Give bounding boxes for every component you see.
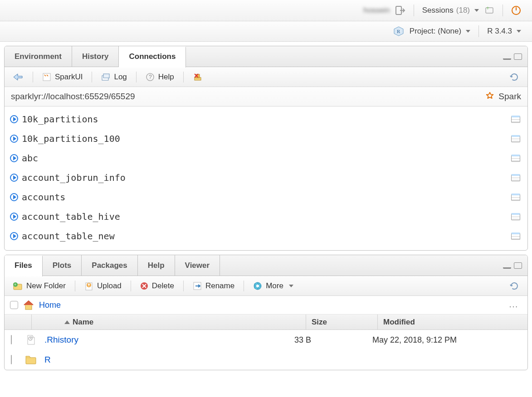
col-name[interactable]: Name (59, 315, 306, 329)
upload-button[interactable]: Upload (81, 280, 125, 292)
table-row[interactable]: 10k_partitions_100 (5, 129, 527, 148)
back-button[interactable] (9, 71, 27, 83)
table-row[interactable]: abc (5, 148, 527, 168)
r-version-label: R 3.4.3 (487, 27, 512, 36)
sparkui-button[interactable]: SparkUI (39, 71, 86, 83)
table-name: 10k_partitions (22, 114, 511, 125)
r-logo-icon: R (390, 26, 407, 36)
file-row[interactable]: .Rhistory 33 B May 22, 2018, 9:12 PM (5, 330, 527, 350)
preview-table-icon[interactable] (511, 135, 520, 142)
table-row[interactable]: accounts (5, 187, 527, 207)
separator (33, 72, 33, 82)
svg-point-26 (256, 285, 259, 287)
disconnect-button[interactable] (189, 70, 206, 84)
expand-icon[interactable] (10, 193, 18, 201)
chevron-down-icon (474, 9, 479, 12)
files-toolbar: + New Folder Upload Delete Rename More (5, 276, 527, 296)
expand-icon[interactable] (10, 154, 18, 162)
expand-icon[interactable] (10, 232, 18, 240)
tables-list: 10k_partitions 10k_partitions_100 abc ac… (5, 107, 527, 250)
expand-icon[interactable] (10, 135, 18, 143)
upload-label: Upload (97, 281, 122, 290)
log-button[interactable]: Log (98, 71, 130, 83)
preview-table-icon[interactable] (511, 155, 520, 162)
refresh-button[interactable] (506, 70, 523, 84)
spark-provider-badge[interactable]: Spark (485, 92, 521, 102)
breadcrumb-home[interactable]: Home (39, 300, 61, 310)
expand-icon[interactable] (10, 213, 18, 221)
file-name[interactable]: R (44, 355, 288, 365)
separator (92, 72, 92, 82)
table-row[interactable]: account_table_new (5, 226, 527, 246)
preview-table-icon[interactable] (511, 213, 520, 220)
svg-rect-9 (103, 74, 109, 78)
table-row[interactable]: 10k_partitions (5, 109, 527, 129)
table-name: account_table_hive (22, 211, 511, 222)
new-folder-button[interactable]: + New Folder (9, 280, 69, 292)
separator (136, 72, 137, 82)
select-all-checkbox[interactable] (10, 301, 18, 309)
file-row[interactable]: R (5, 350, 527, 370)
svg-text:+: + (486, 6, 489, 11)
preview-table-icon[interactable] (511, 194, 520, 201)
separator (183, 281, 184, 291)
tab-help[interactable]: Help (138, 255, 175, 276)
separator (244, 281, 244, 291)
tab-history[interactable]: History (72, 46, 119, 67)
files-header: Name Size Modified (5, 315, 527, 330)
minimize-pane-icon[interactable] (503, 53, 511, 60)
quit-session-icon[interactable] (508, 5, 524, 15)
delete-button[interactable]: Delete (137, 280, 178, 292)
table-row[interactable]: account_table_hive (5, 207, 527, 226)
tab-plots[interactable]: Plots (43, 255, 82, 276)
sessions-menu[interactable]: Sessions (18) (420, 6, 482, 15)
new-folder-label: New Folder (26, 281, 66, 290)
connection-address-bar: sparklyr://localhost:65529/65529 Spark (5, 87, 527, 107)
row-checkbox[interactable] (11, 335, 12, 344)
rename-button[interactable]: Rename (189, 280, 238, 292)
preview-table-icon[interactable] (511, 116, 520, 123)
files-tabs: Files Plots Packages Help Viewer (5, 255, 527, 276)
svg-rect-7 (43, 73, 50, 81)
expand-icon[interactable] (10, 115, 18, 123)
tab-viewer[interactable]: Viewer (175, 255, 220, 276)
tab-files[interactable]: Files (5, 255, 43, 276)
col-modified[interactable]: Modified (378, 315, 527, 329)
svg-text:+: + (14, 282, 16, 287)
refresh-button[interactable] (506, 279, 523, 293)
maximize-pane-icon[interactable] (514, 262, 522, 269)
tab-environment[interactable]: Environment (5, 46, 72, 67)
chevron-down-icon (517, 30, 521, 33)
minimize-pane-icon[interactable] (503, 262, 511, 269)
rename-label: Rename (205, 281, 234, 290)
new-session-icon[interactable]: + (482, 6, 497, 15)
breadcrumb-more-icon[interactable]: ... (509, 300, 522, 310)
expand-icon[interactable] (10, 174, 18, 182)
preview-table-icon[interactable] (511, 232, 520, 240)
table-name: abc (22, 153, 511, 164)
separator (183, 72, 184, 82)
preview-table-icon[interactable] (511, 174, 520, 181)
chevron-down-icon (289, 285, 293, 287)
maximize-pane-icon[interactable] (514, 53, 522, 60)
home-icon[interactable] (23, 300, 34, 310)
col-size[interactable]: Size (306, 315, 378, 329)
tab-connections[interactable]: Connections (119, 46, 186, 68)
file-name[interactable]: .Rhistory (44, 335, 288, 345)
sign-out-icon[interactable] (393, 6, 408, 15)
table-name: accounts (22, 192, 511, 203)
table-name: account_jobrun_info (22, 172, 511, 183)
separator (478, 25, 479, 37)
help-label: Help (158, 73, 174, 82)
table-row[interactable]: account_jobrun_info (5, 168, 527, 187)
project-menu[interactable]: Project: (None) (407, 27, 473, 36)
more-menu[interactable]: More (249, 280, 297, 292)
tab-packages[interactable]: Packages (82, 255, 137, 276)
log-label: Log (114, 73, 127, 82)
separator (503, 5, 503, 16)
col-name-label: Name (73, 318, 93, 327)
file-icon (25, 334, 36, 345)
row-checkbox[interactable] (11, 355, 12, 364)
help-button[interactable]: ? Help (142, 71, 178, 83)
r-version-menu[interactable]: R 3.4.3 (484, 27, 524, 36)
